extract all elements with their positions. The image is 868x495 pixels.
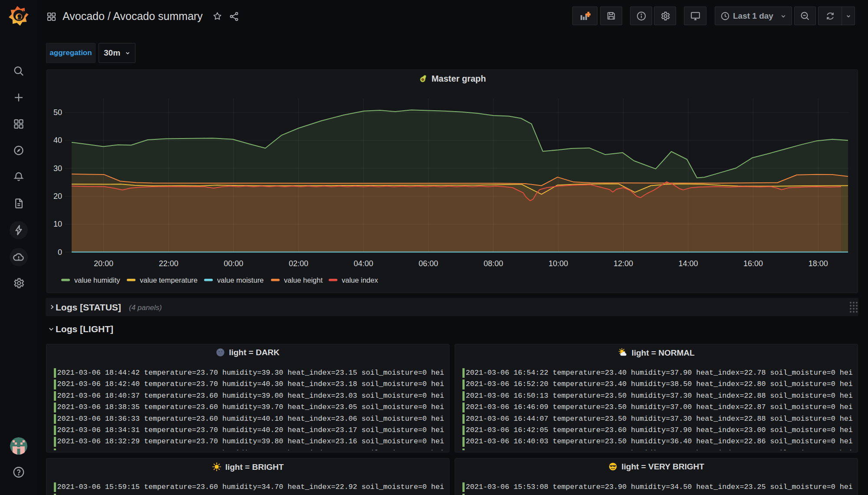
- svg-text:20: 20: [53, 192, 62, 201]
- svg-text:20:00: 20:00: [94, 259, 113, 268]
- svg-text:18:00: 18:00: [809, 259, 828, 268]
- svg-text:22:00: 22:00: [159, 259, 178, 268]
- svg-text:value temperature: value temperature: [140, 276, 198, 284]
- svg-text:40: 40: [53, 136, 62, 145]
- svg-text:value index: value index: [342, 276, 378, 284]
- svg-text:08:00: 08:00: [484, 259, 503, 268]
- svg-text:12:00: 12:00: [614, 259, 633, 268]
- svg-text:value moisture: value moisture: [217, 276, 264, 284]
- svg-text:02:00: 02:00: [289, 259, 308, 268]
- svg-text:10:00: 10:00: [548, 259, 568, 268]
- svg-text:16:00: 16:00: [743, 259, 763, 268]
- svg-text:04:00: 04:00: [353, 259, 373, 268]
- svg-text:06:00: 06:00: [419, 259, 438, 268]
- svg-text:value humidity: value humidity: [74, 276, 120, 284]
- svg-text:14:00: 14:00: [678, 259, 698, 268]
- svg-text:value height: value height: [284, 276, 323, 284]
- svg-text:30: 30: [53, 164, 62, 173]
- svg-text:10: 10: [53, 220, 62, 228]
- svg-text:50: 50: [53, 108, 62, 117]
- svg-text:0: 0: [58, 248, 62, 257]
- svg-text:00:00: 00:00: [224, 259, 243, 268]
